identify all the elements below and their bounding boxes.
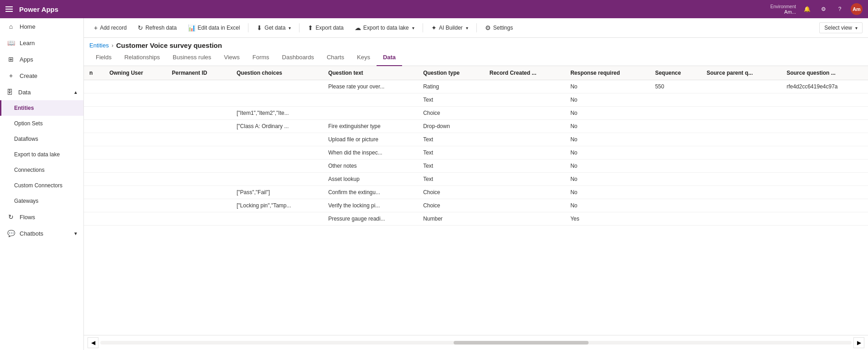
table-cell <box>84 93 104 107</box>
table-cell <box>650 120 701 133</box>
table-cell <box>84 80 104 93</box>
sidebar-section-data[interactable]: 🗄 Data ▲ <box>0 84 83 100</box>
table-cell <box>166 199 231 212</box>
table-cell <box>231 173 323 186</box>
table-cell <box>701 160 781 173</box>
sidebar-item-learn[interactable]: 📖 Learn <box>0 35 83 51</box>
table-cell <box>484 120 565 133</box>
add-record-button[interactable]: + Add record <box>89 22 131 34</box>
table-cell <box>701 133 781 146</box>
table-cell: Confirm the extingu... <box>323 186 418 199</box>
tab-data[interactable]: Data <box>377 49 402 66</box>
table-cell <box>781 107 868 120</box>
table-cell: No <box>565 146 650 160</box>
table-cell <box>84 133 104 146</box>
table-cell: When did the inspec... <box>323 146 418 160</box>
table-cell: No <box>565 133 650 146</box>
table-cell <box>484 93 565 107</box>
tab-keys[interactable]: Keys <box>351 49 377 66</box>
sidebar-item-chatbots[interactable]: 💬 Chatbots ▼ <box>0 225 83 242</box>
scroll-track[interactable] <box>100 341 852 345</box>
table-cell <box>231 93 323 107</box>
sidebar-item-label: Learn <box>20 40 35 46</box>
scroll-left-button[interactable]: ◀ <box>88 337 98 348</box>
col-header-owning-user: Owning User <box>104 66 166 80</box>
table-row[interactable]: TextNo <box>84 93 868 107</box>
tab-fields[interactable]: Fields <box>89 49 118 66</box>
toolbar-divider-2 <box>299 23 300 32</box>
sidebar-item-label: Entities <box>14 105 34 111</box>
sidebar-item-gateways[interactable]: Gateways <box>0 193 83 209</box>
horizontal-scrollbar: ◀ ▶ <box>84 335 868 350</box>
settings-icon[interactable]: ⚙ <box>818 4 829 15</box>
breadcrumb-parent[interactable]: Entities <box>89 42 109 49</box>
settings-button[interactable]: ⚙ Settings <box>480 22 517 34</box>
table-cell: Choice <box>418 107 484 120</box>
table-cell <box>84 199 104 212</box>
table-cell <box>84 120 104 133</box>
flows-icon: ↻ <box>7 213 15 221</box>
sidebar-item-entities[interactable]: Entities <box>0 100 83 116</box>
table-cell <box>650 212 701 226</box>
sidebar-item-label: Chatbots <box>20 230 43 237</box>
table-cell <box>104 93 166 107</box>
table-cell <box>701 93 781 107</box>
table-cell <box>781 146 868 160</box>
sidebar-item-label: Flows <box>20 214 35 221</box>
scroll-thumb[interactable] <box>454 341 589 345</box>
tab-business-rules[interactable]: Business rules <box>166 49 218 66</box>
sidebar-item-export-lake[interactable]: Export to data lake <box>0 147 83 162</box>
table-cell <box>781 186 868 199</box>
notifications-icon[interactable]: 🔔 <box>801 4 812 15</box>
table-cell: Other notes <box>323 160 418 173</box>
col-header-name: n <box>84 66 104 80</box>
table-row[interactable]: ["Class A: Ordinary ...Fire extinguisher… <box>84 120 868 133</box>
table-row[interactable]: ["Pass","Fail"]Confirm the extingu...Cho… <box>84 186 868 199</box>
sidebar-item-home[interactable]: ⌂ Home <box>0 18 83 35</box>
hamburger-menu[interactable] <box>4 5 15 14</box>
table-cell <box>104 173 166 186</box>
table-row[interactable]: Other notesTextNo <box>84 160 868 173</box>
tab-charts[interactable]: Charts <box>320 49 351 66</box>
tab-relationships[interactable]: Relationships <box>118 49 166 66</box>
table-cell: Text <box>418 146 484 160</box>
user-avatar[interactable]: Am <box>851 3 863 15</box>
export-data-button[interactable]: ⬆ Export data <box>303 22 348 34</box>
export-icon: ⬆ <box>308 24 313 31</box>
table-cell <box>484 107 565 120</box>
get-data-button[interactable]: ⬇ Get data ▾ <box>252 22 295 34</box>
sidebar-item-connections[interactable]: Connections <box>0 162 83 178</box>
tab-dashboards[interactable]: Dashboards <box>276 49 320 66</box>
sidebar-item-create[interactable]: + Create <box>0 67 83 84</box>
select-view-button[interactable]: Select view ▾ <box>819 22 863 33</box>
table-row[interactable]: ["Locking pin","Tamp...Verify the lockin… <box>84 199 868 212</box>
edit-excel-button[interactable]: 📊 Edit data in Excel <box>183 22 245 34</box>
sidebar-item-dataflows[interactable]: Dataflows <box>0 131 83 147</box>
table-row[interactable]: When did the inspec...TextNo <box>84 146 868 160</box>
settings-gear-icon: ⚙ <box>485 24 491 31</box>
table-cell <box>104 186 166 199</box>
export-lake-caret: ▾ <box>412 26 414 31</box>
tab-views[interactable]: Views <box>217 49 246 66</box>
ai-builder-button[interactable]: ✦ AI Builder ▾ <box>427 22 473 34</box>
environment-label: Environment <box>770 4 796 9</box>
tab-forms[interactable]: Forms <box>246 49 276 66</box>
export-lake-button[interactable]: ☁ Export to data lake ▾ <box>350 22 419 34</box>
table-body: Please rate your over...RatingNo550rfe4d… <box>84 80 868 226</box>
table-cell: 550 <box>650 80 701 93</box>
table-row[interactable]: Pressure gauge readi...NumberYes <box>84 212 868 226</box>
table-row[interactable]: ["Item1","Item2","Ite...ChoiceNo <box>84 107 868 120</box>
help-icon[interactable]: ? <box>834 4 845 15</box>
table-row[interactable]: Please rate your over...RatingNo550rfe4d… <box>84 80 868 93</box>
sidebar-item-apps[interactable]: ⊞ Apps <box>0 51 83 67</box>
environment-selector[interactable]: Environment Am... <box>770 4 796 15</box>
table-row[interactable]: Upload file or pictureTextNo <box>84 133 868 146</box>
sidebar-item-flows[interactable]: ↻ Flows <box>0 209 83 225</box>
table-cell <box>104 80 166 93</box>
refresh-data-button[interactable]: ↻ Refresh data <box>133 22 181 34</box>
sidebar-item-custom-connectors[interactable]: Custom Connectors <box>0 178 83 193</box>
table-row[interactable]: Asset lookupTextNo <box>84 173 868 186</box>
sidebar-item-label: Dataflows <box>14 136 38 142</box>
scroll-right-button[interactable]: ▶ <box>853 337 864 348</box>
sidebar-item-option-sets[interactable]: Option Sets <box>0 116 83 131</box>
